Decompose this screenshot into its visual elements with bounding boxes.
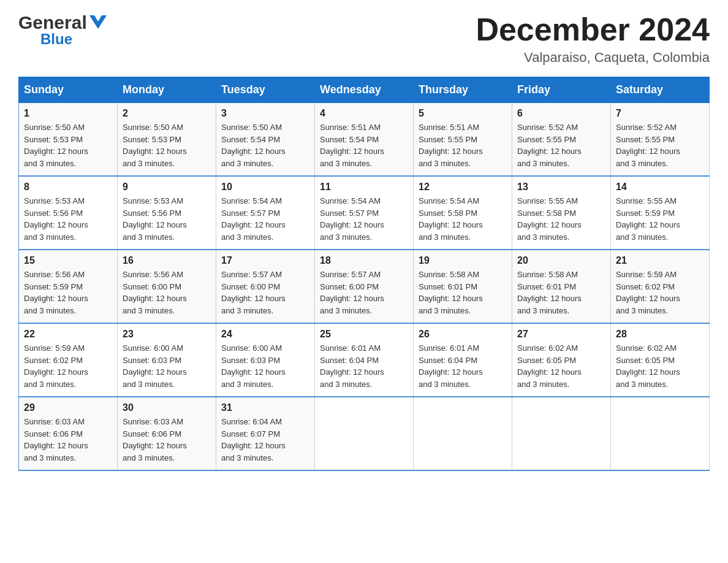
day-number: 16 [123,255,211,266]
title-section: December 2024 Valparaiso, Caqueta, Colom… [476,12,710,66]
table-row: 14 Sunrise: 5:55 AM Sunset: 5:59 PM Dayl… [611,176,710,250]
day-info: Sunrise: 5:51 AM Sunset: 5:54 PM Dayligh… [320,121,408,169]
calendar-week-row: 1 Sunrise: 5:50 AM Sunset: 5:53 PM Dayli… [19,103,710,177]
day-number: 26 [419,329,507,340]
day-number: 5 [419,108,507,119]
col-wednesday: Wednesday [315,77,414,103]
day-number: 17 [221,255,309,266]
table-row: 28 Sunrise: 6:02 AM Sunset: 6:05 PM Dayl… [611,323,710,397]
day-number: 1 [24,108,112,119]
table-row: 1 Sunrise: 5:50 AM Sunset: 5:53 PM Dayli… [19,103,118,177]
col-thursday: Thursday [414,77,512,103]
col-tuesday: Tuesday [216,77,315,103]
table-row: 2 Sunrise: 5:50 AM Sunset: 5:53 PM Dayli… [118,103,216,177]
col-sunday: Sunday [19,77,118,103]
day-info: Sunrise: 5:56 AM Sunset: 6:00 PM Dayligh… [123,269,211,316]
calendar-week-row: 22 Sunrise: 5:59 AM Sunset: 6:02 PM Dayl… [19,323,710,397]
table-row: 20 Sunrise: 5:58 AM Sunset: 6:01 PM Dayl… [512,250,611,323]
table-row: 21 Sunrise: 5:59 AM Sunset: 6:02 PM Dayl… [611,250,710,323]
day-number: 11 [320,182,408,193]
day-info: Sunrise: 5:55 AM Sunset: 5:58 PM Dayligh… [517,195,605,243]
table-row: 10 Sunrise: 5:54 AM Sunset: 5:57 PM Dayl… [216,176,315,250]
month-title: December 2024 [476,12,710,47]
table-row: 25 Sunrise: 6:01 AM Sunset: 6:04 PM Dayl… [315,323,414,397]
day-info: Sunrise: 5:57 AM Sunset: 6:00 PM Dayligh… [221,269,309,316]
table-row: 3 Sunrise: 5:50 AM Sunset: 5:54 PM Dayli… [216,103,315,177]
day-info: Sunrise: 6:03 AM Sunset: 6:06 PM Dayligh… [123,416,211,464]
table-row: 19 Sunrise: 5:58 AM Sunset: 6:01 PM Dayl… [414,250,512,323]
table-row: 29 Sunrise: 6:03 AM Sunset: 6:06 PM Dayl… [19,397,118,470]
table-row: 16 Sunrise: 5:56 AM Sunset: 6:00 PM Dayl… [118,250,216,323]
table-row: 4 Sunrise: 5:51 AM Sunset: 5:54 PM Dayli… [315,103,414,177]
day-number: 21 [616,255,704,266]
day-number: 18 [320,255,408,266]
day-info: Sunrise: 5:55 AM Sunset: 5:59 PM Dayligh… [616,195,704,243]
day-number: 2 [123,108,211,119]
table-row: 6 Sunrise: 5:52 AM Sunset: 5:55 PM Dayli… [512,103,611,177]
day-number: 8 [24,182,112,193]
day-info: Sunrise: 5:54 AM Sunset: 5:57 PM Dayligh… [221,195,309,243]
day-number: 9 [123,182,211,193]
table-row: 30 Sunrise: 6:03 AM Sunset: 6:06 PM Dayl… [118,397,216,470]
day-number: 20 [517,255,605,266]
col-saturday: Saturday [611,77,710,103]
day-info: Sunrise: 5:59 AM Sunset: 6:02 PM Dayligh… [616,269,704,316]
day-info: Sunrise: 5:56 AM Sunset: 5:59 PM Dayligh… [24,269,112,316]
day-info: Sunrise: 5:50 AM Sunset: 5:54 PM Dayligh… [221,121,309,169]
logo-arrow-icon [89,15,107,31]
day-info: Sunrise: 5:58 AM Sunset: 6:01 PM Dayligh… [419,269,507,316]
day-number: 14 [616,182,704,193]
day-info: Sunrise: 5:53 AM Sunset: 5:56 PM Dayligh… [123,195,211,243]
day-info: Sunrise: 5:51 AM Sunset: 5:55 PM Dayligh… [419,121,507,169]
day-info: Sunrise: 5:53 AM Sunset: 5:56 PM Dayligh… [24,195,112,243]
day-info: Sunrise: 5:52 AM Sunset: 5:55 PM Dayligh… [616,121,704,169]
table-row: 24 Sunrise: 6:00 AM Sunset: 6:03 PM Dayl… [216,323,315,397]
day-number: 28 [616,329,704,340]
day-number: 22 [24,329,112,340]
col-friday: Friday [512,77,611,103]
calendar-table: Sunday Monday Tuesday Wednesday Thursday… [18,77,710,471]
day-number: 30 [123,402,211,413]
table-row: 11 Sunrise: 5:54 AM Sunset: 5:57 PM Dayl… [315,176,414,250]
day-number: 15 [24,255,112,266]
day-info: Sunrise: 6:02 AM Sunset: 6:05 PM Dayligh… [517,342,605,390]
table-row: 13 Sunrise: 5:55 AM Sunset: 5:58 PM Dayl… [512,176,611,250]
day-number: 31 [221,402,309,413]
calendar-week-row: 15 Sunrise: 5:56 AM Sunset: 5:59 PM Dayl… [19,250,710,323]
day-number: 19 [419,255,507,266]
svg-marker-0 [89,15,107,29]
logo: General Blue [18,12,107,48]
day-info: Sunrise: 6:00 AM Sunset: 6:03 PM Dayligh… [221,342,309,390]
day-info: Sunrise: 6:03 AM Sunset: 6:06 PM Dayligh… [24,416,112,464]
day-info: Sunrise: 5:57 AM Sunset: 6:00 PM Dayligh… [320,269,408,316]
logo-top-row: General [18,12,107,33]
day-info: Sunrise: 5:58 AM Sunset: 6:01 PM Dayligh… [517,269,605,316]
table-row: 17 Sunrise: 5:57 AM Sunset: 6:00 PM Dayl… [216,250,315,323]
day-number: 23 [123,329,211,340]
table-row: 5 Sunrise: 5:51 AM Sunset: 5:55 PM Dayli… [414,103,512,177]
table-row: 9 Sunrise: 5:53 AM Sunset: 5:56 PM Dayli… [118,176,216,250]
day-number: 6 [517,108,605,119]
calendar-week-row: 8 Sunrise: 5:53 AM Sunset: 5:56 PM Dayli… [19,176,710,250]
day-info: Sunrise: 5:59 AM Sunset: 6:02 PM Dayligh… [24,342,112,390]
table-row: 7 Sunrise: 5:52 AM Sunset: 5:55 PM Dayli… [611,103,710,177]
calendar-week-row: 29 Sunrise: 6:03 AM Sunset: 6:06 PM Dayl… [19,397,710,470]
day-info: Sunrise: 5:50 AM Sunset: 5:53 PM Dayligh… [123,121,211,169]
day-info: Sunrise: 5:54 AM Sunset: 5:58 PM Dayligh… [419,195,507,243]
day-info: Sunrise: 5:54 AM Sunset: 5:57 PM Dayligh… [320,195,408,243]
day-number: 13 [517,182,605,193]
table-row [512,397,611,470]
day-number: 12 [419,182,507,193]
table-row: 26 Sunrise: 6:01 AM Sunset: 6:04 PM Dayl… [414,323,512,397]
day-number: 3 [221,108,309,119]
day-number: 29 [24,402,112,413]
day-number: 7 [616,108,704,119]
day-number: 4 [320,108,408,119]
day-number: 27 [517,329,605,340]
day-info: Sunrise: 6:04 AM Sunset: 6:07 PM Dayligh… [221,416,309,464]
logo-general-text: General [18,12,87,33]
day-info: Sunrise: 6:01 AM Sunset: 6:04 PM Dayligh… [320,342,408,390]
table-row: 8 Sunrise: 5:53 AM Sunset: 5:56 PM Dayli… [19,176,118,250]
table-row: 31 Sunrise: 6:04 AM Sunset: 6:07 PM Dayl… [216,397,315,470]
table-row: 23 Sunrise: 6:00 AM Sunset: 6:03 PM Dayl… [118,323,216,397]
